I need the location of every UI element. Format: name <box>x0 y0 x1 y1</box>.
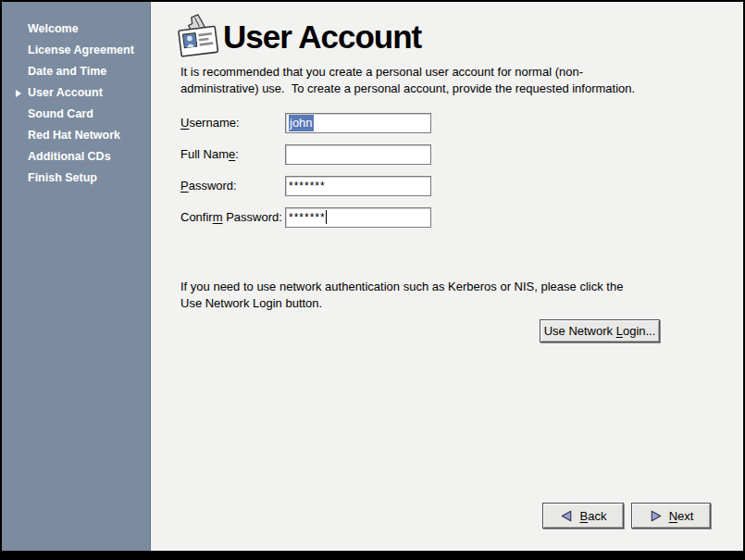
sidebar-item-user-account[interactable]: User Account <box>2 82 150 104</box>
id-card-icon <box>176 13 220 61</box>
network-note-line-1: If you need to use network authenticatio… <box>180 279 623 295</box>
sidebar-item-additional-cds[interactable]: Additional CDs <box>2 146 150 168</box>
next-button-label: Next <box>669 509 694 523</box>
network-auth-note: If you need to use network authenticatio… <box>180 279 623 312</box>
sidebar-item-finish-setup[interactable]: Finish Setup <box>2 168 150 189</box>
back-button[interactable]: Back <box>542 503 624 529</box>
confirm-password-label: Confirm Password: <box>180 207 282 228</box>
intro-line-1: It is recommended that you create a pers… <box>180 64 635 81</box>
password-row: Password: ******* <box>180 176 588 196</box>
sidebar-item-label: Sound Card <box>28 107 93 120</box>
selected-text: john <box>289 115 314 131</box>
back-button-label: Back <box>580 509 607 523</box>
masked-password: ******* <box>289 211 326 224</box>
next-button[interactable]: Next <box>631 503 711 529</box>
use-network-login-button[interactable]: Use Network Login... <box>540 319 660 342</box>
sidebar-item-license-agreement[interactable]: License Agreement <box>2 40 150 61</box>
password-input[interactable]: ******* <box>285 176 431 196</box>
password-label: Password: <box>180 176 237 196</box>
sidebar-item-label: License Agreement <box>28 44 134 56</box>
next-arrow-icon <box>649 509 663 523</box>
confirm-password-input[interactable]: ******* <box>285 207 431 228</box>
text-cursor <box>326 210 328 224</box>
sidebar-item-date-and-time[interactable]: Date and Time <box>2 61 150 82</box>
username-label: Username: <box>180 113 240 133</box>
fullname-input[interactable] <box>285 144 431 165</box>
setup-agent-screen: Welcome License Agreement Date and Time … <box>0 0 745 560</box>
sidebar-item-label: Finish Setup <box>28 171 97 184</box>
masked-password: ******* <box>289 180 326 193</box>
username-input[interactable]: john <box>285 113 431 133</box>
sidebar-item-label: Additional CDs <box>28 150 111 163</box>
page-title: User Account <box>223 19 421 56</box>
username-row: Username: john <box>180 113 588 133</box>
back-arrow-icon <box>560 509 574 523</box>
sidebar-item-label: User Account <box>28 86 103 99</box>
intro-line-2: administrative) use. To create a persona… <box>180 81 635 97</box>
intro-text: It is recommended that you create a pers… <box>180 64 635 97</box>
sidebar-item-label: Welcome <box>28 22 79 35</box>
sidebar-item-label: Red Hat Network <box>28 129 120 142</box>
wizard-steps-list: Welcome License Agreement Date and Time … <box>2 19 150 189</box>
network-note-line-2: Use Network Login button. <box>180 295 623 312</box>
wizard-steps-sidebar: Welcome License Agreement Date and Time … <box>2 2 151 551</box>
sidebar-item-red-hat-network[interactable]: Red Hat Network <box>2 125 150 146</box>
fullname-label: Full Name: <box>180 144 239 165</box>
sidebar-item-sound-card[interactable]: Sound Card <box>2 104 150 125</box>
active-step-arrow-icon <box>16 90 21 97</box>
main-content: User Account It is recommended that you … <box>152 2 743 551</box>
sidebar-item-label: Date and Time <box>28 65 106 78</box>
setup-agent-window: Welcome License Agreement Date and Time … <box>2 2 743 551</box>
confirm-password-row: Confirm Password: ******* <box>180 207 588 228</box>
sidebar-item-welcome[interactable]: Welcome <box>2 19 150 40</box>
fullname-row: Full Name: <box>180 144 588 165</box>
